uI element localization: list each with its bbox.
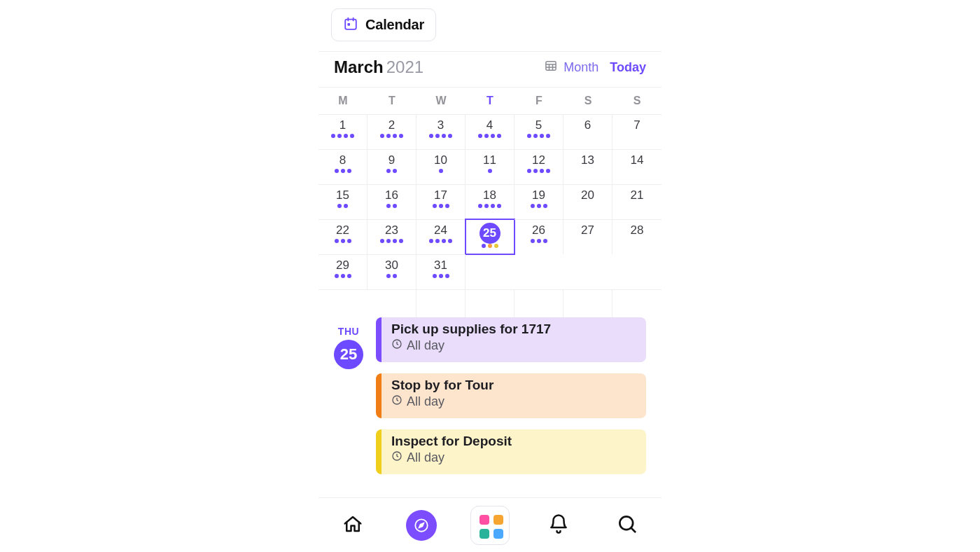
date-cell[interactable]: 11 (465, 149, 514, 184)
date-number: 15 (336, 188, 349, 202)
view-mode-label: Month (564, 60, 598, 75)
date-cell[interactable]: 29 (318, 254, 368, 289)
event-body: Stop by for TourAll day (382, 373, 646, 418)
weekday-label: T (465, 95, 514, 107)
date-number: 13 (581, 153, 594, 167)
event-dots (531, 204, 547, 208)
calendar-icon (343, 16, 358, 34)
date-number: 5 (536, 118, 542, 132)
date-number: 11 (483, 153, 496, 167)
weekday-label: S (612, 95, 662, 107)
date-number: 18 (483, 188, 496, 202)
view-controls: Month Today (544, 59, 646, 76)
date-cell[interactable]: 22 (318, 219, 368, 254)
date-cell[interactable]: 5 (514, 114, 564, 149)
event-time: All day (407, 394, 444, 409)
date-number: 9 (388, 153, 395, 167)
nav-search[interactable] (610, 509, 644, 542)
date-number: 27 (581, 223, 594, 237)
date-number: 6 (584, 118, 591, 132)
event-card[interactable]: Pick up supplies for 1717All day (376, 317, 646, 362)
event-body: Pick up supplies for 1717All day (382, 317, 646, 362)
date-cell[interactable]: 10 (416, 149, 465, 184)
today-button[interactable]: Today (610, 60, 646, 75)
calendar-button[interactable]: Calendar (331, 8, 436, 41)
date-cell[interactable]: 19 (514, 184, 564, 219)
weekday-label: S (564, 95, 612, 107)
date-cell[interactable]: 30 (368, 254, 416, 289)
date-number: 20 (581, 188, 594, 202)
event-dots (433, 204, 449, 208)
date-cell[interactable]: 2 (368, 114, 416, 149)
svg-line-14 (631, 527, 636, 532)
view-mode-button[interactable]: Month (544, 59, 598, 76)
date-cell[interactable]: 13 (564, 149, 612, 184)
bottom-nav (318, 497, 662, 552)
date-cell[interactable]: 26 (514, 219, 564, 254)
nav-notifications[interactable] (542, 509, 575, 542)
event-dots (433, 274, 449, 278)
bell-icon (548, 513, 569, 537)
nav-home[interactable] (336, 509, 370, 542)
date-cell[interactable]: 24 (416, 219, 465, 254)
date-cell[interactable]: 31 (416, 254, 465, 289)
selected-day-num: 25 (334, 340, 363, 369)
date-number: 23 (385, 223, 398, 237)
calendar-grid-icon (544, 59, 558, 76)
date-cell[interactable]: 4 (465, 114, 514, 149)
weekday-label: T (368, 95, 416, 107)
weekday-label: W (416, 95, 465, 107)
date-cell[interactable]: 18 (465, 184, 514, 219)
nav-apps[interactable] (473, 509, 507, 542)
date-number: 1 (340, 118, 346, 132)
date-cell[interactable]: 21 (612, 184, 662, 219)
event-dots (380, 239, 403, 243)
event-card[interactable]: Inspect for DepositAll day (376, 429, 646, 474)
event-dots (527, 169, 550, 173)
date-cell[interactable]: 14 (612, 149, 662, 184)
event-dots (488, 169, 492, 173)
clock-icon (391, 450, 402, 465)
event-meta: All day (391, 450, 636, 465)
apps-icon (470, 506, 510, 545)
date-number: 17 (434, 188, 447, 202)
weekday-row: MTWTFSS (318, 88, 662, 114)
event-dots (335, 169, 351, 173)
date-cell[interactable]: 20 (564, 184, 612, 219)
date-cell[interactable]: 15 (318, 184, 368, 219)
date-cell[interactable]: 16 (368, 184, 416, 219)
date-cell[interactable]: 8 (318, 149, 368, 184)
event-body: Inspect for DepositAll day (382, 429, 646, 474)
month-name: March (334, 57, 384, 76)
event-dots (429, 239, 452, 243)
date-cell[interactable]: 23 (368, 219, 416, 254)
event-title: Inspect for Deposit (391, 434, 636, 449)
date-cell[interactable]: 25 (465, 219, 514, 254)
date-number: 12 (532, 153, 545, 167)
date-cell[interactable]: 12 (514, 149, 564, 184)
date-cell[interactable]: 17 (416, 184, 465, 219)
events-section: THU 25 Pick up supplies for 1717All dayS… (318, 317, 662, 474)
nav-explore[interactable] (405, 509, 438, 542)
event-dots (527, 134, 550, 138)
date-number: 3 (438, 118, 444, 132)
date-number: 14 (631, 153, 644, 167)
date-cell[interactable]: 27 (564, 219, 612, 254)
date-cell[interactable]: 6 (564, 114, 612, 149)
date-cell[interactable]: 28 (612, 219, 662, 254)
date-number: 8 (340, 153, 346, 167)
date-number: 24 (434, 223, 447, 237)
date-cell[interactable]: 3 (416, 114, 465, 149)
event-color-bar (376, 429, 382, 474)
date-number: 19 (532, 188, 545, 202)
date-number: 28 (631, 223, 644, 237)
event-dots (386, 169, 397, 173)
event-card[interactable]: Stop by for TourAll day (376, 373, 646, 418)
selected-day-badge: THU 25 (334, 326, 363, 474)
selected-day-dow: THU (334, 326, 363, 337)
date-cell[interactable]: 9 (368, 149, 416, 184)
svg-rect-3 (347, 23, 350, 26)
date-cell[interactable]: 1 (318, 114, 368, 149)
date-cell[interactable]: 7 (612, 114, 662, 149)
event-title: Stop by for Tour (391, 378, 636, 393)
